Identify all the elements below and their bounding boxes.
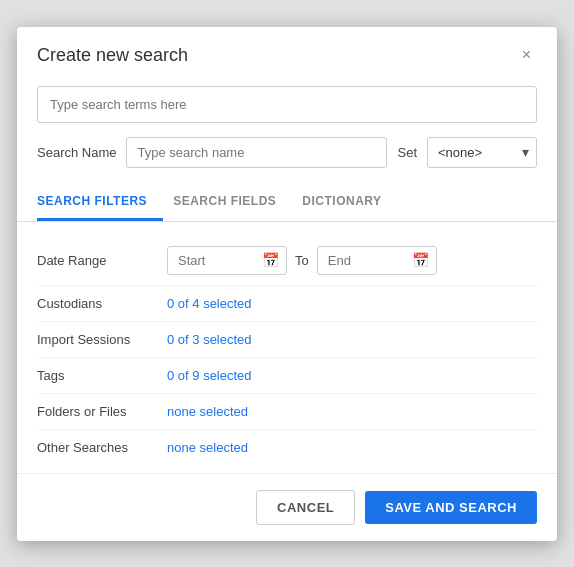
custodians-value[interactable]: 0 of 4 selected bbox=[167, 296, 252, 311]
tabs-container: SEARCH FILTERS SEARCH FIELDS DICTIONARY bbox=[17, 184, 557, 222]
name-set-row: Search Name Set <none> bbox=[37, 137, 537, 168]
filters-section: Date Range 📅 To 📅 Custodians 0 of 4 se bbox=[37, 222, 537, 465]
cancel-button[interactable]: CANCEL bbox=[256, 490, 355, 525]
custodians-row: Custodians 0 of 4 selected bbox=[37, 286, 537, 322]
dialog-footer: CANCEL SAVE AND SEARCH bbox=[17, 473, 557, 541]
end-date-wrapper: 📅 bbox=[317, 246, 437, 275]
tab-search-filters[interactable]: SEARCH FILTERS bbox=[37, 184, 163, 221]
save-and-search-button[interactable]: SAVE AND SEARCH bbox=[365, 491, 537, 524]
dialog-header: Create new search × bbox=[17, 27, 557, 78]
start-date-input[interactable] bbox=[167, 246, 287, 275]
folders-files-value[interactable]: none selected bbox=[167, 404, 248, 419]
tab-search-fields[interactable]: SEARCH FIELDS bbox=[173, 184, 292, 221]
search-name-label: Search Name bbox=[37, 145, 116, 160]
date-range-inputs: 📅 To 📅 bbox=[167, 246, 437, 275]
set-label: Set bbox=[397, 145, 417, 160]
tab-dictionary[interactable]: DICTIONARY bbox=[302, 184, 397, 221]
tags-label: Tags bbox=[37, 368, 167, 383]
custodians-label: Custodians bbox=[37, 296, 167, 311]
other-searches-value[interactable]: none selected bbox=[167, 440, 248, 455]
tags-value[interactable]: 0 of 9 selected bbox=[167, 368, 252, 383]
create-search-dialog: Create new search × Search Name Set <non… bbox=[17, 27, 557, 541]
dialog-title: Create new search bbox=[37, 45, 188, 66]
date-range-row: Date Range 📅 To 📅 bbox=[37, 236, 537, 286]
close-button[interactable]: × bbox=[516, 45, 537, 65]
dialog-body: Search Name Set <none> SEARCH FILTERS SE… bbox=[17, 78, 557, 465]
folders-files-row: Folders or Files none selected bbox=[37, 394, 537, 430]
import-sessions-row: Import Sessions 0 of 3 selected bbox=[37, 322, 537, 358]
search-terms-input[interactable] bbox=[37, 86, 537, 123]
end-date-input[interactable] bbox=[317, 246, 437, 275]
import-sessions-label: Import Sessions bbox=[37, 332, 167, 347]
tags-row: Tags 0 of 9 selected bbox=[37, 358, 537, 394]
date-range-label: Date Range bbox=[37, 253, 167, 268]
start-date-wrapper: 📅 bbox=[167, 246, 287, 275]
import-sessions-value[interactable]: 0 of 3 selected bbox=[167, 332, 252, 347]
search-name-input[interactable] bbox=[126, 137, 387, 168]
other-searches-row: Other Searches none selected bbox=[37, 430, 537, 465]
set-select-wrapper: <none> bbox=[427, 137, 537, 168]
to-label: To bbox=[295, 253, 309, 268]
set-select[interactable]: <none> bbox=[427, 137, 537, 168]
other-searches-label: Other Searches bbox=[37, 440, 167, 455]
folders-files-label: Folders or Files bbox=[37, 404, 167, 419]
